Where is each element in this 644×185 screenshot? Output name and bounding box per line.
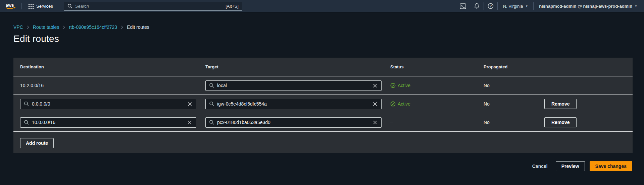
destination-input-field (20, 117, 196, 128)
help-button[interactable]: ? (484, 0, 497, 12)
remove-route-button[interactable]: Remove (544, 99, 577, 109)
save-changes-button[interactable]: Save changes (590, 161, 632, 171)
target-input[interactable] (217, 83, 369, 88)
status-active-check-icon (390, 83, 396, 88)
search-icon (67, 4, 72, 9)
target-input-clear-button[interactable] (372, 83, 378, 88)
chevron-right-icon (27, 25, 29, 29)
search-icon (24, 120, 29, 125)
target-cell (205, 117, 390, 128)
svg-text:aws: aws (6, 3, 14, 8)
destination-input[interactable] (32, 120, 184, 125)
breadcrumb-vpc[interactable]: VPC (13, 24, 23, 30)
status-active-check-icon (390, 101, 396, 107)
notifications-button[interactable] (470, 0, 484, 12)
propagated-value: No (484, 83, 490, 88)
nav-right-group: ? N. Virginia ▼ nishapmcd-admin @ nishap… (456, 0, 644, 12)
propagated-value: No (484, 101, 490, 107)
destination-value: 10.2.0.0/16 (20, 83, 44, 88)
status-badge: Active (390, 101, 484, 107)
search-icon (209, 101, 214, 107)
clear-x-icon (188, 120, 192, 125)
search-icon (24, 101, 29, 107)
status-cell: Active (390, 83, 484, 88)
clear-x-icon (188, 102, 192, 106)
cancel-button[interactable]: Cancel (529, 162, 551, 171)
target-input-field (205, 80, 382, 91)
clear-x-icon (373, 83, 377, 88)
target-input-clear-button[interactable] (372, 120, 378, 125)
services-label: Services (36, 4, 53, 9)
breadcrumb: VPC Route tables rtb-090e95c164cff2723 E… (13, 24, 149, 30)
cloudshell-terminal-icon (460, 3, 466, 9)
route-row: ActiveNoRemove (13, 95, 633, 113)
chevron-down-icon: ▼ (635, 5, 637, 8)
actions-cell: Remove (544, 117, 626, 127)
status-label: – (390, 120, 393, 125)
account-menu[interactable]: nishapmcd-admin @ nishap-aws-prod-admin … (534, 0, 644, 12)
services-menu-button[interactable]: Services (27, 2, 55, 10)
chevron-right-icon (121, 25, 123, 29)
target-input[interactable] (217, 120, 369, 125)
region-selector[interactable]: N. Virginia ▼ (498, 0, 534, 12)
propagated-cell: No (484, 82, 544, 88)
propagated-cell: No (484, 119, 544, 125)
search-icon (209, 83, 214, 88)
breadcrumb-route-tables[interactable]: Route tables (33, 24, 59, 30)
destination-cell: 10.2.0.0/16 (20, 82, 205, 88)
route-rows: 10.2.0.0/16ActiveNoActiveNoRemove–NoRemo… (13, 76, 633, 132)
target-cell (205, 80, 390, 91)
aws-logo[interactable]: aws (5, 2, 17, 10)
breadcrumb-current: Edit routes (127, 24, 149, 30)
add-route-wrap: Add route (13, 132, 633, 148)
status-label: Active (398, 101, 410, 107)
target-cell (205, 99, 390, 109)
destination-input[interactable] (32, 101, 184, 107)
status-cell: Active (390, 101, 484, 107)
status-badge: Active (390, 83, 484, 88)
destination-input-clear-button[interactable] (187, 120, 193, 125)
destination-input-field (20, 99, 196, 109)
remove-route-button[interactable]: Remove (544, 117, 577, 127)
destination-cell (20, 99, 205, 109)
svg-text:?: ? (489, 4, 491, 8)
chevron-down-icon: ▼ (525, 5, 528, 8)
destination-input-clear-button[interactable] (187, 101, 193, 107)
column-header-propagated: Propagated (484, 64, 544, 69)
clear-x-icon (373, 120, 377, 125)
status-cell: – (390, 119, 484, 125)
destination-cell (20, 117, 205, 128)
account-label: nishapmcd-admin @ nishap-aws-prod-admin (539, 4, 632, 9)
console-search-box[interactable]: [Alt+S] (64, 2, 242, 11)
question-mark-icon: ? (488, 3, 494, 9)
target-input-field (205, 117, 382, 128)
preview-button[interactable]: Preview (556, 161, 585, 171)
target-input-field (205, 99, 382, 109)
route-row: –NoRemove (13, 113, 633, 132)
column-header-destination: Destination (20, 64, 205, 69)
target-input-clear-button[interactable] (372, 101, 378, 107)
bell-icon (474, 3, 480, 9)
target-input[interactable] (217, 101, 369, 107)
footer-actions: Cancel Preview Save changes (529, 161, 632, 171)
route-row: 10.2.0.0/16ActiveNo (13, 76, 633, 95)
nav-divider (21, 3, 22, 9)
propagated-value: No (484, 120, 490, 125)
search-icon (209, 120, 214, 125)
column-header-target: Target (205, 64, 390, 69)
page-title: Edit routes (13, 34, 59, 44)
propagated-cell: No (484, 101, 544, 107)
edit-routes-panel: Destination Target Status Propagated 10.… (13, 58, 633, 153)
cloudshell-button[interactable] (456, 0, 470, 12)
breadcrumb-route-table-id[interactable]: rtb-090e95c164cff2723 (69, 24, 117, 30)
chevron-right-icon (63, 25, 65, 29)
status-label: Active (398, 83, 410, 88)
search-shortcut-hint: [Alt+S] (226, 4, 239, 9)
grid-icon (29, 4, 34, 9)
add-route-button[interactable]: Add route (20, 138, 54, 148)
table-header-row: Destination Target Status Propagated (13, 58, 633, 76)
column-header-status: Status (390, 64, 484, 69)
console-search-input[interactable] (75, 4, 223, 9)
region-label: N. Virginia (503, 4, 523, 9)
clear-x-icon (373, 102, 377, 106)
